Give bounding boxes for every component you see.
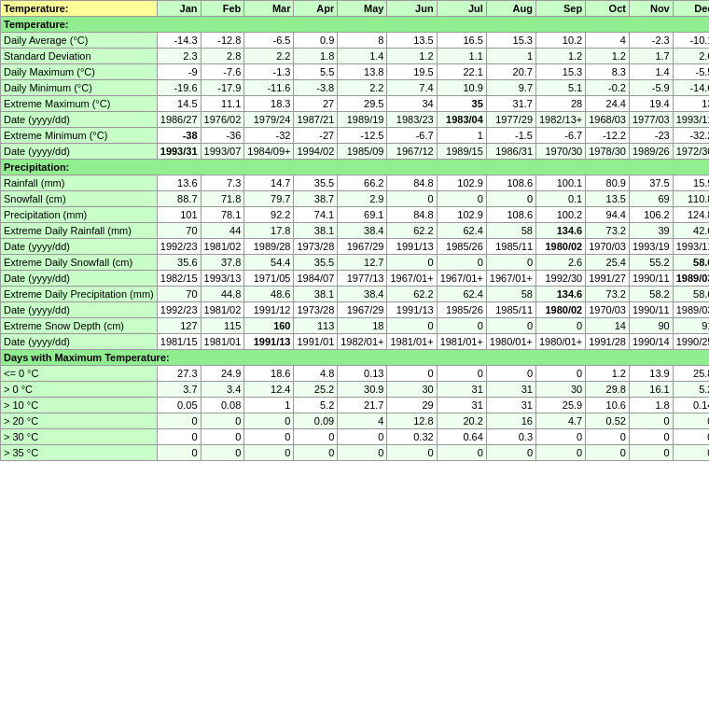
cell-value: 134.6	[536, 287, 586, 302]
cell-value: -14.3	[157, 33, 201, 49]
cell-value: 1.2	[586, 366, 630, 382]
cell-value: 1989/26	[629, 144, 673, 160]
cell-value: 0	[244, 445, 294, 461]
cell-value: 1984/07	[294, 271, 338, 287]
cell-value: 38.1	[294, 223, 338, 239]
cell-value: 1993/11	[673, 239, 709, 255]
cell-value: 1985/11	[486, 239, 535, 255]
cell-value: 55.2	[629, 255, 673, 271]
cell-value: 1981/02	[201, 239, 244, 255]
cell-value: 0	[387, 191, 437, 207]
cell-value: 1980/01+	[486, 334, 535, 350]
row-label: Date (yyyy/dd)	[1, 239, 158, 255]
cell-value: 1	[437, 128, 486, 144]
table-row: Snowfall (cm)88.771.879.738.72.90000.113…	[1, 191, 710, 207]
cell-value: 0.14	[673, 398, 709, 413]
cell-value: 1991/13	[244, 334, 294, 350]
cell-value: 1985/26	[437, 302, 486, 318]
cell-value: 1986/27	[157, 112, 201, 128]
cell-value: 1971/05	[244, 271, 294, 287]
table-row: Extreme Daily Precipitation (mm)7044.848…	[1, 287, 710, 302]
cell-value: 1990/25	[673, 334, 709, 350]
cell-value: 1983/04	[437, 112, 486, 128]
cell-value: 1.8	[294, 49, 338, 64]
col-feb: Feb	[201, 1, 244, 17]
cell-value: 1992/23	[157, 302, 201, 318]
table-row: <= 0 °C27.324.918.64.80.1300001.213.925.…	[1, 366, 710, 382]
cell-value: 2.3	[157, 49, 201, 64]
cell-value: 84.8	[387, 175, 437, 191]
cell-value: 58	[486, 287, 535, 302]
cell-value: 25.9	[536, 398, 586, 413]
cell-value: 1967/12	[387, 144, 437, 160]
cell-value: 1984/09+	[244, 144, 294, 160]
col-aug: Aug	[486, 1, 535, 17]
cell-value: 1985/26	[437, 239, 486, 255]
cell-value: 1989/19	[338, 112, 387, 128]
cell-value: 2.8	[201, 49, 244, 64]
col-jul: Jul	[437, 1, 486, 17]
col-nov: Nov	[629, 1, 673, 17]
cell-value: 91	[673, 318, 709, 334]
cell-value: 58.2	[629, 287, 673, 302]
section-header: Temperature:	[1, 17, 710, 33]
table-row: Rainfall (mm)13.67.314.735.566.284.8102.…	[1, 175, 710, 191]
cell-value: 17.8	[244, 223, 294, 239]
cell-value: 1981/01+	[437, 334, 486, 350]
cell-value: 100.2	[536, 207, 586, 223]
cell-value: 0.1	[536, 191, 586, 207]
cell-value: -12.2	[586, 128, 630, 144]
cell-value: 35	[437, 96, 486, 112]
cell-value: 16.5	[437, 33, 486, 49]
cell-value: 80.9	[586, 175, 630, 191]
cell-value: 1.4	[629, 64, 673, 80]
cell-value: 35.6	[157, 255, 201, 271]
cell-value: -32.2	[673, 128, 709, 144]
table-row: Extreme Maximum (°C)14.511.118.32729.534…	[1, 96, 710, 112]
cell-value: 3.7	[157, 382, 201, 398]
cell-value: 11.1	[201, 96, 244, 112]
cell-value: -5.5	[673, 64, 709, 80]
cell-value: -6.7	[536, 128, 586, 144]
cell-value: 37.5	[629, 175, 673, 191]
cell-value: 0	[673, 429, 709, 445]
cell-value: 8.3	[586, 64, 630, 80]
cell-value: 0	[338, 429, 387, 445]
row-label: Date (yyyy/dd)	[1, 112, 158, 128]
cell-value: 1981/01+	[387, 334, 437, 350]
cell-value: 124.8	[673, 207, 709, 223]
cell-value: 30.9	[338, 382, 387, 398]
cell-value: 62.2	[387, 223, 437, 239]
col-may: May	[338, 1, 387, 17]
cell-value: 1979/24	[244, 112, 294, 128]
cell-value: 1	[486, 49, 535, 64]
cell-value: 58.6	[673, 255, 709, 271]
cell-value: 15.9	[673, 175, 709, 191]
cell-value: 31	[437, 382, 486, 398]
cell-value: 54.4	[244, 255, 294, 271]
cell-value: 0	[586, 429, 630, 445]
cell-value: 108.6	[486, 175, 535, 191]
cell-value: 21.7	[338, 398, 387, 413]
cell-value: -19.6	[157, 80, 201, 96]
cell-value: 1992/30	[536, 271, 586, 287]
cell-value: 0	[294, 445, 338, 461]
cell-value: 30	[387, 382, 437, 398]
cell-value: 18	[338, 318, 387, 334]
cell-value: 1987/21	[294, 112, 338, 128]
row-label: Snowfall (cm)	[1, 191, 158, 207]
cell-value: 0.9	[294, 33, 338, 49]
cell-value: 37.8	[201, 255, 244, 271]
cell-value: 14	[586, 318, 630, 334]
cell-value: 0	[294, 429, 338, 445]
cell-value: 1989/03	[673, 271, 709, 287]
cell-value: 1.2	[586, 49, 630, 64]
cell-value: -17.9	[201, 80, 244, 96]
cell-value: 7.3	[201, 175, 244, 191]
cell-value: 0	[536, 445, 586, 461]
cell-value: 0	[586, 445, 630, 461]
cell-value: 90	[629, 318, 673, 334]
cell-value: 1981/15	[157, 334, 201, 350]
cell-value: 1967/29	[338, 302, 387, 318]
cell-value: 1967/29	[338, 239, 387, 255]
